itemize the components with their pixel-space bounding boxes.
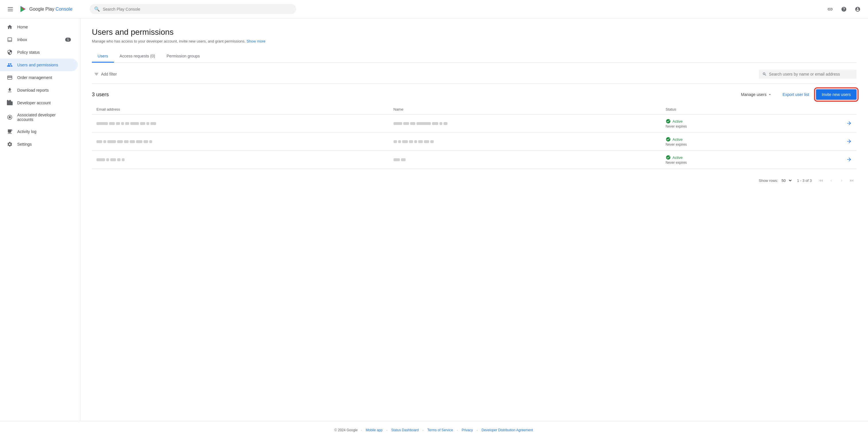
add-filter-button[interactable]: Add filter	[92, 69, 119, 79]
active-check-icon	[665, 119, 671, 124]
link-icon-button[interactable]	[825, 3, 836, 15]
search-bar-inner[interactable]: 🔍	[90, 4, 296, 14]
status-label: Active	[673, 155, 683, 160]
table-body: Active Never expires Active Never expire…	[92, 115, 857, 169]
page-subtitle: Manage who has access to your developer …	[92, 39, 857, 43]
search-users-bar[interactable]	[759, 69, 857, 79]
sidebar-item-activity-log[interactable]: Activity log	[0, 125, 78, 138]
status-expires: Never expires	[665, 124, 787, 128]
table-row[interactable]: Active Never expires	[92, 115, 857, 133]
sidebar-label-download: Download reports	[17, 88, 71, 92]
export-user-list-link[interactable]: Export user list	[779, 90, 813, 99]
tab-users[interactable]: Users	[92, 50, 114, 63]
topbar-right	[825, 3, 863, 15]
activity-icon	[7, 129, 12, 135]
account-icon	[855, 6, 861, 12]
sidebar-item-home[interactable]: Home	[0, 21, 78, 33]
copyright: © 2024 Google	[334, 428, 358, 432]
next-page-button[interactable]: ›	[837, 176, 846, 185]
table-row[interactable]: Active Never expires	[92, 133, 857, 151]
active-check-icon	[665, 137, 671, 142]
sidebar-item-policy-status[interactable]: Policy status	[0, 46, 78, 59]
arrow-cell[interactable]	[792, 133, 857, 151]
name-cell	[389, 115, 661, 133]
sidebar: Home Inbox 5 Policy status Users and per…	[0, 19, 81, 421]
users-icon	[7, 62, 12, 68]
last-page-button[interactable]: ⏭	[847, 176, 857, 185]
search-input[interactable]	[103, 7, 291, 11]
email-cell	[92, 133, 389, 151]
status-label: Active	[673, 137, 683, 142]
home-icon	[7, 24, 12, 30]
sidebar-label-order: Order management	[17, 75, 71, 80]
arrow-cell[interactable]	[792, 151, 857, 169]
sidebar-label-policy: Policy status	[17, 50, 71, 55]
table-row[interactable]: Active Never expires	[92, 151, 857, 169]
search-users-input[interactable]	[769, 72, 853, 77]
sidebar-label-inbox: Inbox	[17, 37, 61, 42]
pagination: Show rows: 50 25 100 1 - 3 of 3 ⏮ ‹ › ⏭	[92, 174, 857, 185]
show-more-link[interactable]: Show more	[247, 39, 266, 43]
footer-link-dda[interactable]: Developer Distribution Agreement	[482, 428, 533, 432]
navigate-arrow-icon	[846, 139, 852, 144]
status-active: Active	[665, 155, 787, 160]
topbar: Google Play Console 🔍	[0, 0, 868, 19]
search-icon: 🔍	[94, 6, 100, 12]
tab-access-requests[interactable]: Access requests (0)	[114, 50, 161, 63]
name-cell	[389, 151, 661, 169]
sidebar-item-developer-account[interactable]: Developer account	[0, 96, 78, 109]
search-users-icon	[763, 72, 767, 77]
account-icon-button[interactable]	[852, 3, 863, 15]
inbox-icon	[7, 37, 12, 42]
sidebar-item-download-reports[interactable]: Download reports	[0, 84, 78, 96]
sidebar-item-order-management[interactable]: Order management	[0, 71, 78, 84]
google-play-logo-icon	[20, 5, 28, 13]
tab-permission-groups[interactable]: Permission groups	[161, 50, 206, 63]
manage-users-button[interactable]: Manage users	[738, 90, 776, 99]
status-cell: Active Never expires	[661, 115, 792, 133]
status-expires: Never expires	[665, 143, 787, 147]
hamburger-icon	[5, 5, 15, 13]
table-head: Email address Name Status	[92, 104, 857, 115]
main-content: Users and permissions Manage who has acc…	[81, 19, 868, 421]
filter-right	[759, 69, 857, 79]
sidebar-label-developer: Developer account	[17, 100, 71, 105]
rows-per-page-select[interactable]: 50 25 100	[780, 178, 793, 183]
invite-new-users-button[interactable]: Invite new users	[816, 89, 857, 100]
help-icon-button[interactable]	[838, 3, 849, 15]
first-page-button[interactable]: ⏮	[816, 176, 826, 185]
sidebar-item-settings[interactable]: Settings	[0, 138, 78, 150]
status-label: Active	[673, 119, 683, 123]
logo-area: Google Play Console	[20, 5, 72, 13]
main-layout: Home Inbox 5 Policy status Users and per…	[0, 19, 868, 421]
show-rows-label: Show rows:	[758, 178, 778, 183]
footer-link-tos[interactable]: Terms of Service	[427, 428, 453, 432]
arrow-cell[interactable]	[792, 115, 857, 133]
hamburger-menu-button[interactable]	[5, 3, 16, 15]
sidebar-label-associated: Associated developer accounts	[17, 113, 71, 122]
status-cell: Active Never expires	[661, 151, 792, 169]
footer-link-privacy[interactable]: Privacy	[462, 428, 473, 432]
sidebar-label-settings: Settings	[17, 142, 71, 147]
footer-link-mobile[interactable]: Mobile app	[366, 428, 383, 432]
status-cell: Active Never expires	[661, 133, 792, 151]
sidebar-item-users-permissions[interactable]: Users and permissions	[0, 59, 78, 71]
table-actions: 3 users Manage users Export user list In…	[92, 89, 857, 100]
developer-account-icon	[7, 100, 12, 106]
table-header-row: Email address Name Status	[92, 104, 857, 115]
order-icon	[7, 75, 12, 81]
navigate-arrow-icon	[846, 120, 852, 126]
users-table: Email address Name Status Active Never e…	[92, 104, 857, 169]
sidebar-item-associated-developer[interactable]: Associated developer accounts	[0, 109, 78, 125]
sidebar-item-inbox[interactable]: Inbox 5	[0, 33, 78, 46]
active-check-icon	[665, 155, 671, 160]
users-count: 3 users	[92, 92, 109, 98]
name-cell	[389, 133, 661, 151]
col-status: Status	[661, 104, 792, 115]
col-arrow	[792, 104, 857, 115]
col-email: Email address	[92, 104, 389, 115]
status-expires: Never expires	[665, 160, 787, 165]
prev-page-button[interactable]: ‹	[827, 176, 836, 185]
footer-link-status[interactable]: Status Dashboard	[391, 428, 419, 432]
link-icon	[827, 6, 833, 12]
